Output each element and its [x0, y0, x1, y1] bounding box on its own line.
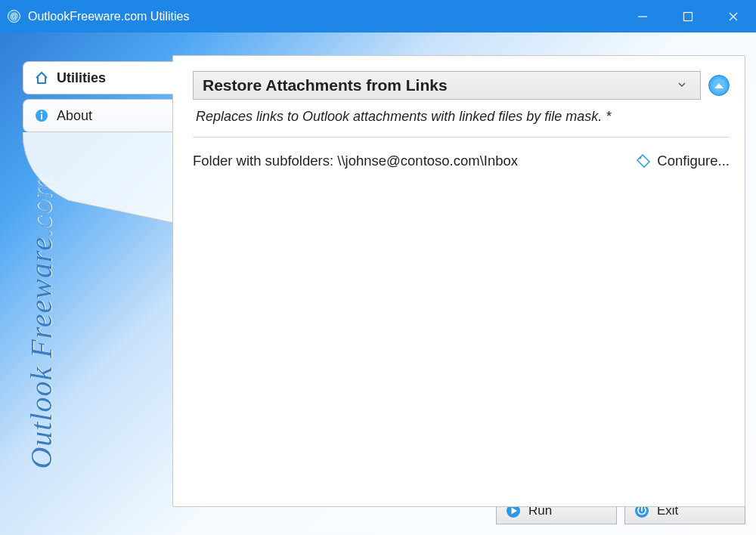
folder-row: Folder with subfolders: \\johnse@contoso…	[193, 153, 730, 169]
client-area: Outlook Freeware.com Utilities About Res…	[0, 32, 756, 535]
main-panel: Restore Attachments from Links Replaces …	[172, 55, 745, 507]
utility-description: Replaces links to Outlook attachments wi…	[196, 109, 730, 125]
tab-about[interactable]: About	[23, 99, 174, 132]
window-controls	[620, 0, 756, 32]
folder-path-label: Folder with subfolders: \\johnse@contoso…	[193, 153, 518, 169]
svg-rect-5	[41, 114, 42, 119]
utility-select[interactable]: Restore Attachments from Links	[193, 71, 701, 100]
eject-button[interactable]	[708, 75, 730, 96]
svg-rect-1	[684, 12, 692, 20]
minimize-button[interactable]	[620, 0, 665, 32]
configure-link[interactable]: Configure...	[636, 153, 730, 169]
app-icon: @	[8, 10, 20, 23]
tab-label: Utilities	[57, 70, 106, 86]
tag-icon	[636, 153, 651, 169]
home-icon	[34, 70, 49, 85]
tab-label: About	[57, 108, 92, 124]
tab-utilities[interactable]: Utilities	[23, 61, 174, 94]
svg-point-6	[41, 111, 42, 113]
utility-selector-row: Restore Attachments from Links	[193, 71, 730, 100]
svg-point-7	[640, 157, 642, 159]
utility-select-label: Restore Attachments from Links	[203, 76, 448, 94]
window-title: OutlookFreeware.com Utilities	[28, 10, 189, 23]
configure-label: Configure...	[657, 153, 730, 169]
title-bar: @ OutlookFreeware.com Utilities	[0, 0, 756, 32]
eject-icon	[714, 83, 723, 88]
divider	[193, 137, 730, 138]
maximize-button[interactable]	[665, 0, 711, 32]
close-button[interactable]	[711, 0, 756, 32]
info-icon	[34, 108, 49, 123]
tab-connector-decoration	[23, 132, 174, 223]
chevron-down-icon	[673, 79, 691, 91]
